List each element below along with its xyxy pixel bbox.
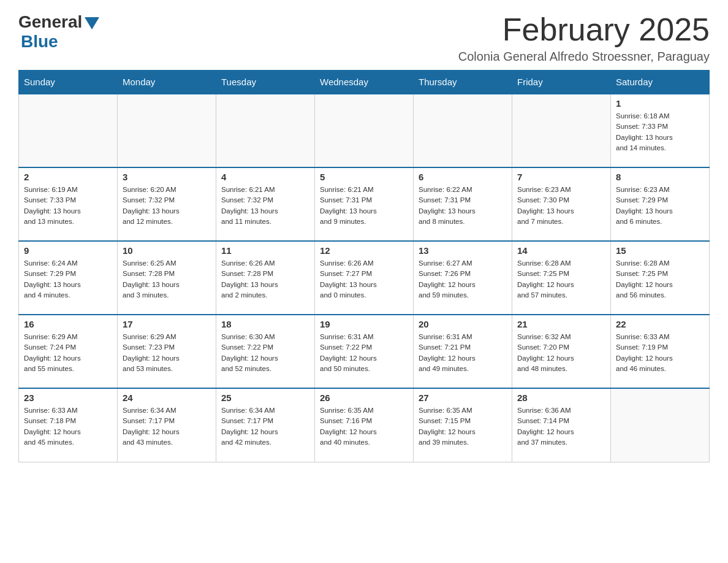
calendar-week-row: 23Sunrise: 6:33 AMSunset: 7:18 PMDayligh… — [19, 388, 710, 462]
day-number: 17 — [123, 319, 211, 329]
calendar-cell: 7Sunrise: 6:23 AMSunset: 7:30 PMDaylight… — [512, 167, 611, 241]
day-info: Sunrise: 6:34 AMSunset: 7:17 PMDaylight:… — [123, 405, 211, 448]
calendar-cell: 18Sunrise: 6:30 AMSunset: 7:22 PMDayligh… — [216, 315, 315, 388]
day-info: Sunrise: 6:23 AMSunset: 7:29 PMDaylight:… — [616, 185, 704, 227]
day-info: Sunrise: 6:35 AMSunset: 7:16 PMDaylight:… — [320, 405, 408, 448]
day-info: Sunrise: 6:18 AMSunset: 7:33 PMDaylight:… — [616, 111, 704, 153]
day-number: 6 — [419, 172, 507, 182]
calendar-cell — [414, 94, 512, 167]
calendar-week-row: 2Sunrise: 6:19 AMSunset: 7:33 PMDaylight… — [19, 167, 710, 241]
calendar-cell: 15Sunrise: 6:28 AMSunset: 7:25 PMDayligh… — [611, 241, 710, 315]
day-number: 18 — [221, 319, 309, 329]
day-info: Sunrise: 6:21 AMSunset: 7:31 PMDaylight:… — [320, 185, 408, 227]
calendar-cell — [611, 388, 710, 462]
month-title: February 2025 — [458, 12, 710, 47]
calendar-cell: 27Sunrise: 6:35 AMSunset: 7:15 PMDayligh… — [414, 388, 512, 462]
day-number: 28 — [517, 393, 605, 403]
calendar-week-row: 16Sunrise: 6:29 AMSunset: 7:24 PMDayligh… — [19, 315, 710, 388]
day-number: 26 — [320, 393, 408, 403]
weekday-header-saturday: Saturday — [611, 71, 710, 94]
calendar-cell: 2Sunrise: 6:19 AMSunset: 7:33 PMDaylight… — [19, 167, 118, 241]
weekday-header-tuesday: Tuesday — [216, 71, 315, 94]
calendar-cell: 28Sunrise: 6:36 AMSunset: 7:14 PMDayligh… — [512, 388, 611, 462]
day-info: Sunrise: 6:24 AMSunset: 7:29 PMDaylight:… — [24, 258, 112, 301]
day-number: 14 — [517, 245, 605, 256]
day-info: Sunrise: 6:30 AMSunset: 7:22 PMDaylight:… — [221, 332, 309, 374]
day-info: Sunrise: 6:21 AMSunset: 7:32 PMDaylight:… — [221, 185, 309, 227]
day-number: 27 — [419, 393, 507, 403]
weekday-header-row: SundayMondayTuesdayWednesdayThursdayFrid… — [19, 71, 710, 94]
calendar-cell: 13Sunrise: 6:27 AMSunset: 7:26 PMDayligh… — [414, 241, 512, 315]
day-number: 20 — [419, 319, 507, 329]
day-number: 2 — [24, 172, 112, 182]
calendar-week-row: 1Sunrise: 6:18 AMSunset: 7:33 PMDaylight… — [19, 94, 710, 167]
calendar-cell: 21Sunrise: 6:32 AMSunset: 7:20 PMDayligh… — [512, 315, 611, 388]
day-info: Sunrise: 6:33 AMSunset: 7:18 PMDaylight:… — [24, 405, 112, 448]
day-info: Sunrise: 6:32 AMSunset: 7:20 PMDaylight:… — [517, 332, 605, 374]
day-info: Sunrise: 6:29 AMSunset: 7:24 PMDaylight:… — [24, 332, 112, 374]
calendar-cell: 23Sunrise: 6:33 AMSunset: 7:18 PMDayligh… — [19, 388, 118, 462]
calendar-cell: 4Sunrise: 6:21 AMSunset: 7:32 PMDaylight… — [216, 167, 315, 241]
day-info: Sunrise: 6:29 AMSunset: 7:23 PMDaylight:… — [123, 332, 211, 374]
day-number: 12 — [320, 245, 408, 256]
day-number: 25 — [221, 393, 309, 403]
day-number: 11 — [221, 245, 309, 256]
calendar-cell: 9Sunrise: 6:24 AMSunset: 7:29 PMDaylight… — [19, 241, 118, 315]
day-info: Sunrise: 6:35 AMSunset: 7:15 PMDaylight:… — [419, 405, 507, 448]
day-info: Sunrise: 6:28 AMSunset: 7:25 PMDaylight:… — [616, 258, 704, 301]
day-info: Sunrise: 6:19 AMSunset: 7:33 PMDaylight:… — [24, 185, 112, 227]
calendar-cell: 5Sunrise: 6:21 AMSunset: 7:31 PMDaylight… — [315, 167, 414, 241]
weekday-header-sunday: Sunday — [19, 71, 118, 94]
day-number: 8 — [616, 172, 704, 182]
calendar-cell: 8Sunrise: 6:23 AMSunset: 7:29 PMDaylight… — [611, 167, 710, 241]
calendar-cell: 1Sunrise: 6:18 AMSunset: 7:33 PMDaylight… — [611, 94, 710, 167]
day-number: 7 — [517, 172, 605, 182]
day-number: 13 — [419, 245, 507, 256]
day-info: Sunrise: 6:26 AMSunset: 7:28 PMDaylight:… — [221, 258, 309, 301]
day-number: 24 — [123, 393, 211, 403]
title-section: February 2025 Colonia General Alfredo St… — [458, 12, 710, 64]
calendar-cell — [315, 94, 414, 167]
day-info: Sunrise: 6:36 AMSunset: 7:14 PMDaylight:… — [517, 405, 605, 448]
day-info: Sunrise: 6:33 AMSunset: 7:19 PMDaylight:… — [616, 332, 704, 374]
calendar-cell: 16Sunrise: 6:29 AMSunset: 7:24 PMDayligh… — [19, 315, 118, 388]
day-number: 21 — [517, 319, 605, 329]
calendar-cell: 22Sunrise: 6:33 AMSunset: 7:19 PMDayligh… — [611, 315, 710, 388]
weekday-header-friday: Friday — [512, 71, 611, 94]
calendar-cell: 6Sunrise: 6:22 AMSunset: 7:31 PMDaylight… — [414, 167, 512, 241]
calendar-cell: 26Sunrise: 6:35 AMSunset: 7:16 PMDayligh… — [315, 388, 414, 462]
calendar-cell — [216, 94, 315, 167]
weekday-header-thursday: Thursday — [414, 71, 512, 94]
day-number: 23 — [24, 393, 112, 403]
calendar-cell: 3Sunrise: 6:20 AMSunset: 7:32 PMDaylight… — [118, 167, 216, 241]
day-number: 1 — [616, 98, 704, 109]
day-number: 5 — [320, 172, 408, 182]
day-info: Sunrise: 6:31 AMSunset: 7:21 PMDaylight:… — [419, 332, 507, 374]
day-info: Sunrise: 6:31 AMSunset: 7:22 PMDaylight:… — [320, 332, 408, 374]
day-info: Sunrise: 6:23 AMSunset: 7:30 PMDaylight:… — [517, 185, 605, 227]
calendar-cell — [19, 94, 118, 167]
page-header: General Blue February 2025 Colonia Gener… — [18, 12, 710, 64]
day-info: Sunrise: 6:26 AMSunset: 7:27 PMDaylight:… — [320, 258, 408, 301]
day-number: 22 — [616, 319, 704, 329]
calendar-cell: 14Sunrise: 6:28 AMSunset: 7:25 PMDayligh… — [512, 241, 611, 315]
day-info: Sunrise: 6:28 AMSunset: 7:25 PMDaylight:… — [517, 258, 605, 301]
day-number: 10 — [123, 245, 211, 256]
logo-blue-text: Blue — [21, 32, 58, 52]
calendar-cell — [512, 94, 611, 167]
calendar-week-row: 9Sunrise: 6:24 AMSunset: 7:29 PMDaylight… — [19, 241, 710, 315]
logo: General Blue — [18, 12, 99, 52]
day-info: Sunrise: 6:25 AMSunset: 7:28 PMDaylight:… — [123, 258, 211, 301]
calendar-cell: 20Sunrise: 6:31 AMSunset: 7:21 PMDayligh… — [414, 315, 512, 388]
day-number: 3 — [123, 172, 211, 182]
day-number: 4 — [221, 172, 309, 182]
weekday-header-monday: Monday — [118, 71, 216, 94]
calendar-table: SundayMondayTuesdayWednesdayThursdayFrid… — [18, 70, 710, 462]
calendar-cell: 19Sunrise: 6:31 AMSunset: 7:22 PMDayligh… — [315, 315, 414, 388]
calendar-cell: 24Sunrise: 6:34 AMSunset: 7:17 PMDayligh… — [118, 388, 216, 462]
calendar-cell: 10Sunrise: 6:25 AMSunset: 7:28 PMDayligh… — [118, 241, 216, 315]
day-number: 19 — [320, 319, 408, 329]
day-info: Sunrise: 6:27 AMSunset: 7:26 PMDaylight:… — [419, 258, 507, 301]
day-number: 15 — [616, 245, 704, 256]
day-info: Sunrise: 6:22 AMSunset: 7:31 PMDaylight:… — [419, 185, 507, 227]
